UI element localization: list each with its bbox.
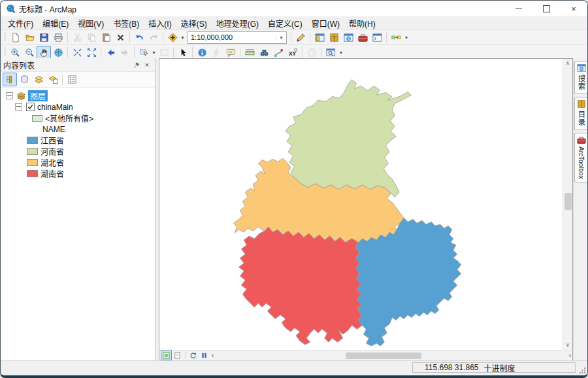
print-button[interactable] — [51, 31, 65, 44]
select-elements-button[interactable] — [176, 46, 190, 60]
arctoolbox-window-button[interactable] — [355, 31, 370, 44]
add-data-dropdown[interactable]: ▾ — [180, 35, 186, 41]
toolbar-overflow-button[interactable]: ▾ — [403, 35, 410, 41]
menu-item-help[interactable]: 帮助(H) — [344, 16, 380, 30]
menu-item-selection[interactable]: 选择(S) — [176, 16, 212, 30]
pause-drawing-button[interactable] — [199, 351, 210, 360]
dock-tab-search[interactable]: 搜索 — [574, 61, 588, 94]
zoom-in-button[interactable] — [8, 46, 22, 60]
menu-item-insert[interactable]: 插入(I) — [144, 16, 176, 30]
toolbar-separator — [134, 47, 135, 58]
legend-class-hubei[interactable]: 湖北省 — [1, 157, 155, 168]
scroll-up-icon[interactable]: ∧ — [563, 59, 572, 68]
find-route-button[interactable] — [271, 46, 286, 60]
fixed-zoom-in-button[interactable] — [70, 46, 84, 60]
toolbar-separator — [321, 47, 321, 58]
open-button[interactable] — [22, 31, 37, 44]
viewer-window-button[interactable] — [323, 46, 338, 60]
undo-button[interactable] — [132, 31, 146, 44]
copy-button[interactable] — [84, 31, 99, 44]
data-view-button[interactable] — [161, 351, 172, 360]
find-button[interactable] — [257, 46, 271, 60]
select-features-button[interactable] — [137, 46, 151, 60]
menu-item-view[interactable]: 视图(V) — [73, 16, 108, 30]
pin-button[interactable] — [131, 60, 142, 70]
collapse-icon[interactable] — [6, 92, 13, 99]
map-vertical-scrollbar[interactable]: ∧ ∨ — [563, 59, 572, 350]
resize-grip-icon[interactable] — [580, 368, 586, 374]
add-data-button[interactable] — [165, 31, 180, 44]
toolbar-grip[interactable] — [4, 33, 6, 42]
catalog-window-button[interactable] — [327, 31, 341, 44]
maximize-button[interactable] — [532, 1, 560, 16]
save-button[interactable] — [37, 31, 51, 44]
horizontal-scroll-thumb[interactable] — [346, 352, 421, 359]
fixed-zoom-out-button[interactable] — [84, 46, 99, 60]
collapse-icon[interactable] — [15, 103, 22, 111]
measure-button[interactable] — [242, 46, 257, 60]
close-button[interactable]: × — [560, 1, 587, 16]
legend-class-hunan[interactable]: 湖南省 — [1, 168, 155, 179]
clear-selection-button[interactable] — [157, 46, 171, 60]
legend-other-values[interactable]: <其他所有值> — [1, 112, 155, 124]
full-extent-button[interactable] — [51, 46, 65, 60]
new-document-button[interactable] — [8, 31, 22, 44]
html-popup-button[interactable] — [223, 46, 238, 60]
toolbar-grip[interactable] — [4, 48, 6, 57]
paste-button[interactable] — [99, 31, 113, 44]
redo-button[interactable] — [146, 31, 161, 44]
select-features-dropdown[interactable]: ▾ — [151, 50, 157, 56]
chevron-down-icon[interactable]: ▾ — [276, 35, 286, 41]
identify-button[interactable] — [195, 46, 209, 60]
search-window-button[interactable] — [341, 31, 355, 44]
python-window-button[interactable] — [370, 31, 384, 44]
pan-tool-button[interactable] — [37, 46, 51, 60]
time-slider-button[interactable] — [304, 46, 319, 60]
refresh-view-button[interactable] — [188, 351, 199, 360]
menu-item-edit[interactable]: 编辑(E) — [38, 16, 73, 30]
menu-item-bookmarks[interactable]: 书签(B) — [108, 16, 144, 30]
globe-icon — [54, 48, 63, 58]
toc-options-button[interactable] — [65, 73, 79, 86]
layout-view-button[interactable] — [172, 351, 183, 360]
list-by-visibility-button[interactable] — [31, 73, 46, 86]
toolbar-overflow-button[interactable]: ▾ — [338, 50, 344, 56]
list-by-source-button[interactable] — [17, 73, 31, 86]
layer-item-chinamain[interactable]: chinaMain — [1, 101, 155, 112]
legend-class-jiangxi[interactable]: 江西省 — [1, 135, 155, 146]
vertical-scroll-thumb[interactable] — [564, 193, 572, 210]
scroll-right-icon[interactable]: › — [569, 351, 571, 360]
delete-button[interactable] — [113, 31, 127, 44]
dock-tab-catalog[interactable]: 目录 — [574, 97, 588, 130]
menu-item-file[interactable]: 文件(F) — [3, 16, 38, 30]
scroll-down-icon[interactable]: ∨ — [563, 341, 572, 350]
toc-window-icon — [315, 33, 325, 43]
dock-tab-arctoolbox[interactable]: ArcToolbox — [574, 133, 588, 182]
back-extent-button[interactable] — [103, 46, 118, 60]
cut-button[interactable] — [70, 31, 84, 44]
scale-combobox[interactable]: 1:10,000,000 ▾ — [188, 31, 287, 44]
legend-field-name[interactable]: NAME — [1, 124, 155, 135]
map-canvas[interactable]: ∧ ∨ ‹ › — [159, 58, 573, 361]
list-by-selection-button[interactable] — [46, 73, 60, 86]
minimize-icon — [515, 9, 522, 9]
zoom-out-button[interactable] — [22, 46, 37, 60]
menu-item-customize[interactable]: 自定义(C) — [263, 16, 307, 30]
toc-root-item[interactable]: 图层 — [1, 90, 155, 101]
list-by-drawing-order-button[interactable] — [3, 73, 17, 86]
modelbuilder-button[interactable] — [389, 31, 403, 44]
menu-item-geoprocessing[interactable]: 地理处理(G) — [212, 16, 263, 30]
toc-close-button[interactable]: × — [142, 60, 152, 70]
scroll-left-icon[interactable]: ‹ — [210, 351, 216, 360]
go-to-xy-button[interactable]: XY — [286, 46, 300, 60]
forward-extent-button[interactable] — [118, 46, 132, 60]
hyperlink-button[interactable] — [209, 46, 223, 60]
layer-visibility-checkbox[interactable] — [26, 103, 35, 111]
legend-class-henan[interactable]: 河南省 — [1, 146, 155, 157]
menu-item-windows[interactable]: 窗口(W) — [307, 16, 344, 30]
coordinate-readout: 115.698 31.865 十进制度 — [412, 362, 576, 373]
table-of-contents-window-button[interactable] — [312, 31, 327, 44]
minimize-button[interactable] — [505, 1, 532, 16]
editor-toolbar-button[interactable] — [293, 31, 308, 44]
forward-arrow-icon — [120, 48, 130, 58]
